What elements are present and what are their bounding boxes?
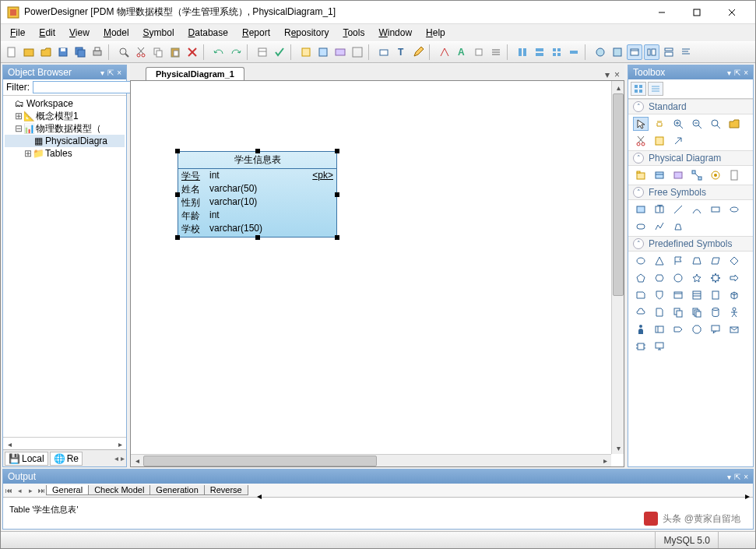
new-button[interactable]	[4, 44, 19, 60]
menu-symbol[interactable]: Symbol	[137, 26, 181, 40]
tb-btn-c[interactable]	[549, 44, 564, 60]
shape-database[interactable]	[708, 305, 723, 319]
output-tab-general[interactable]: General	[46, 485, 89, 495]
shape-monitor[interactable]	[652, 340, 667, 354]
shape-terminal[interactable]	[652, 322, 667, 336]
vertical-scrollbar[interactable]: ▴▾	[611, 81, 624, 454]
shape-flag[interactable]	[670, 254, 686, 268]
shape-circle[interactable]	[670, 271, 686, 285]
section-physical[interactable]: ˄Physical Diagram	[628, 150, 753, 166]
panel-close-icon[interactable]: ×	[744, 69, 748, 77]
resize-handle[interactable]	[175, 149, 180, 153]
tb-btn-9[interactable]	[488, 44, 504, 60]
tb-btn-g[interactable]	[627, 44, 642, 60]
print-button[interactable]	[90, 44, 105, 60]
collapse-icon[interactable]: ⊟	[14, 122, 23, 135]
tb-btn-8[interactable]	[471, 44, 487, 60]
scroll-thumb[interactable]	[143, 456, 377, 466]
cut-tool[interactable]	[633, 134, 649, 148]
properties-tool[interactable]	[652, 134, 667, 148]
zoom-tool[interactable]	[708, 117, 723, 131]
copy-button[interactable]	[150, 44, 166, 60]
tb-btn-d[interactable]	[566, 44, 582, 60]
diagram-tab[interactable]: PhysicalDiagram_1	[146, 67, 244, 80]
resize-handle[interactable]	[255, 149, 260, 153]
tb-btn-f[interactable]	[610, 44, 625, 60]
shape-octagon[interactable]	[689, 322, 705, 336]
arc-tool[interactable]	[689, 202, 705, 216]
tb-btn-i[interactable]	[661, 44, 677, 60]
zoom-in-tool[interactable]	[670, 117, 686, 131]
tb-btn-j[interactable]	[678, 44, 694, 60]
save-button[interactable]	[55, 44, 71, 60]
horizontal-scrollbar[interactable]: ◂▸	[131, 454, 611, 466]
shape-arrow-r[interactable]	[726, 271, 742, 285]
tab-scroll-icon[interactable]: ◂ ▸	[114, 454, 125, 463]
shape-ellipse[interactable]	[633, 254, 649, 268]
pointer-tool[interactable]	[633, 117, 649, 131]
link-tool[interactable]	[670, 134, 686, 148]
polyline-tool[interactable]	[652, 220, 667, 234]
tb-btn-h[interactable]	[644, 44, 659, 60]
shape-doc[interactable]	[652, 305, 667, 319]
shape-page[interactable]	[708, 288, 723, 302]
pin-icon[interactable]: ▾	[727, 69, 731, 77]
shape-envelope[interactable]	[726, 322, 742, 336]
panel-close-icon[interactable]: ×	[117, 69, 121, 77]
scroll-right-icon[interactable]: ▸	[114, 438, 126, 450]
close-button[interactable]	[714, 2, 749, 23]
shape-window[interactable]	[670, 288, 686, 302]
tab-menu-icon[interactable]: ▾	[605, 69, 610, 80]
browser-tab-repo[interactable]: 🌐Re	[50, 452, 83, 466]
output-tab-generation[interactable]: Generation	[149, 485, 204, 495]
save-all-button[interactable]	[72, 44, 88, 60]
rectangle-tool[interactable]	[708, 202, 723, 216]
cut-button[interactable]	[133, 44, 149, 60]
tb-btn-a[interactable]	[515, 44, 530, 60]
open-button[interactable]	[38, 44, 54, 60]
table-entity[interactable]: 学生信息表 学号int<pk> 姓名varchar(50) 性别varchar(…	[178, 151, 337, 238]
tree-item[interactable]: Tables	[45, 147, 72, 160]
shape-trapezoid[interactable]	[689, 254, 705, 268]
list-view-button[interactable]	[648, 82, 663, 96]
view-tool[interactable]	[670, 168, 686, 182]
shape-form[interactable]	[689, 288, 705, 302]
properties-button[interactable]	[255, 44, 270, 60]
shape-multidoc[interactable]	[689, 305, 705, 319]
menu-file[interactable]: File	[4, 26, 31, 40]
shape-cube[interactable]	[726, 288, 742, 302]
shape-connector[interactable]	[670, 322, 686, 336]
shape-chip[interactable]	[633, 340, 649, 354]
scroll-left-icon[interactable]: ◂	[3, 438, 16, 450]
menu-model[interactable]: Model	[97, 26, 135, 40]
expand-icon[interactable]: ⊞	[14, 110, 23, 122]
tb-btn-7[interactable]: A	[454, 44, 469, 60]
procedure-tool[interactable]	[708, 168, 723, 182]
shape-actor[interactable]	[726, 305, 742, 319]
menu-database[interactable]: Database	[182, 26, 234, 40]
shape-docs[interactable]	[670, 305, 686, 319]
resize-handle[interactable]	[175, 235, 180, 240]
ellipse-tool[interactable]	[726, 202, 742, 216]
package-tool[interactable]	[633, 168, 649, 182]
find-button[interactable]	[116, 44, 132, 60]
shape-burst[interactable]	[708, 271, 723, 285]
filter-input[interactable]	[33, 81, 145, 93]
tb-btn-b[interactable]	[532, 44, 547, 60]
open-diagram-tool[interactable]	[726, 117, 742, 131]
tree-view[interactable]: 🗂Workspace ⊞📐概念模型1 ⊟📊物理数据模型（ ▦PhysicalDi…	[3, 96, 126, 437]
pin-icon[interactable]: ▾	[727, 473, 731, 481]
resize-handle[interactable]	[175, 192, 180, 197]
panel-close-icon[interactable]: ×	[744, 473, 748, 481]
tab-close-icon[interactable]: ×	[614, 69, 620, 80]
tree-root[interactable]: Workspace	[26, 97, 73, 110]
tb-btn-2[interactable]	[315, 44, 331, 60]
polygon-tool[interactable]	[670, 220, 686, 234]
menu-report[interactable]: Report	[236, 26, 276, 40]
menu-repository[interactable]: Repository	[278, 26, 335, 40]
autohide-icon[interactable]: ⇱	[734, 473, 740, 481]
menu-tools[interactable]: Tools	[336, 26, 371, 40]
shape-shield[interactable]	[652, 288, 667, 302]
file-tool[interactable]	[726, 168, 742, 182]
check-button[interactable]	[272, 44, 287, 60]
